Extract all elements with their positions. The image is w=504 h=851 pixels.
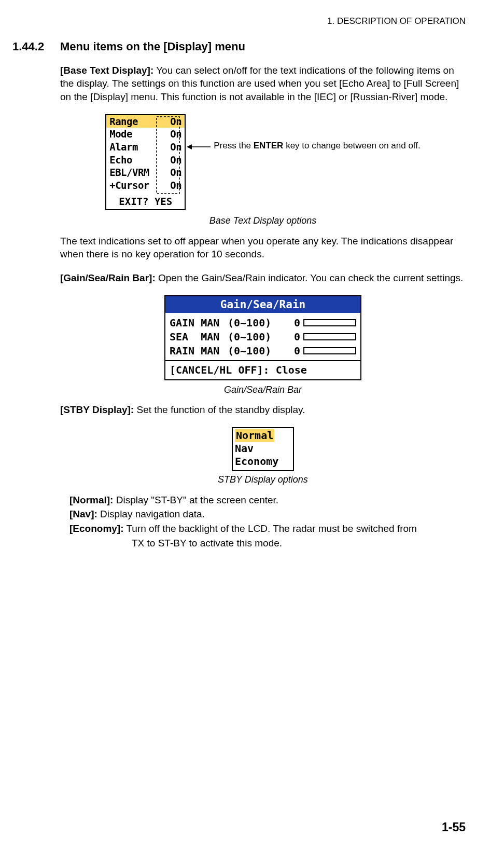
gsr-body-text: Open the Gain/Sea/Rain indicator. You ca… — [156, 272, 464, 283]
stby-item-nav[interactable]: Nav — [235, 442, 291, 455]
section-number: 1.44.2 — [12, 39, 60, 54]
base-exit[interactable]: EXIT? YES — [106, 192, 185, 210]
figure-gain-sea-rain: Gain/Sea/Rain GAIN MAN (0~100) 0 SEA MAN… — [60, 295, 466, 380]
base-row-range[interactable]: RangeOn — [106, 115, 185, 128]
figure-stby: Normal Nav Economy — [60, 427, 466, 472]
annot-enter-key: ENTER — [254, 141, 284, 150]
gsr-rain-bar — [303, 347, 356, 354]
def-econ-lead: [Economy]: — [69, 523, 124, 534]
figure3-caption: STBY Display options — [60, 473, 466, 486]
gsr-title: Gain/Sea/Rain — [165, 296, 360, 313]
gsr-footer[interactable]: [CANCEL/HL OFF]: Close — [165, 360, 360, 379]
stby-body: Set the function of the standby display. — [134, 404, 305, 415]
annot-pre: Press the — [214, 141, 254, 150]
gsr-sea-bar — [303, 333, 356, 340]
paragraph-after-fig1: The text indications set to off appear w… — [60, 235, 466, 261]
stby-menu: Normal Nav Economy — [232, 427, 294, 472]
figure1-annotation: Press the ENTER key to change between on… — [187, 140, 421, 152]
base-row-mode[interactable]: ModeOn — [106, 128, 185, 141]
base-row-alarm[interactable]: AlarmOn — [106, 141, 185, 154]
arrow-left-icon — [187, 143, 211, 150]
annot-post: key to change between on and off. — [283, 141, 420, 150]
chapter-header: 1. DESCRIPTION OF OPERATION — [12, 16, 466, 28]
def-nav-rest: Display navigation data. — [97, 509, 205, 519]
gsr-row-rain[interactable]: RAIN MAN (0~100) 0 — [170, 344, 356, 358]
base-row-echo[interactable]: EchoOn — [106, 154, 185, 167]
paragraph-stby: [STBY Display]: Set the function of the … — [60, 403, 466, 417]
section-title-text: Menu items on the [Display] menu — [60, 39, 245, 54]
stby-item-normal[interactable]: Normal — [235, 429, 274, 442]
def-econ-rest: Turn off the backlight of the LCD. The r… — [124, 523, 417, 534]
stby-definitions: [Normal]: Display "ST-BY" at the screen … — [69, 493, 466, 550]
paragraph-gain-sea-rain: [Gain/Sea/Rain Bar]: Open the Gain/Sea/R… — [60, 271, 466, 285]
base-text-lead: [Base Text Display]: — [60, 65, 153, 76]
def-nav-lead: [Nav]: — [69, 509, 97, 519]
figure-base-text: RangeOn ModeOn AlarmOn EchoOn EBL/VRMOn … — [60, 114, 466, 211]
paragraph-base-text: [Base Text Display]: You can select on/o… — [60, 64, 466, 104]
gsr-gain-bar — [303, 319, 356, 326]
figure2-caption: Gain/Sea/Rain Bar — [60, 383, 466, 396]
stby-lead: [STBY Display]: — [60, 404, 134, 415]
gsr-row-sea[interactable]: SEA MAN (0~100) 0 — [170, 330, 356, 344]
gsr-panel: Gain/Sea/Rain GAIN MAN (0~100) 0 SEA MAN… — [164, 295, 361, 380]
base-row-ebl-vrm[interactable]: EBL/VRMOn — [106, 166, 185, 179]
page-number: 1-55 — [442, 819, 466, 835]
base-row-cursor[interactable]: +CursorOn — [106, 179, 185, 192]
gsr-row-gain[interactable]: GAIN MAN (0~100) 0 — [170, 316, 356, 330]
def-econ-continuation: TX to ST-BY to activate this mode. — [132, 537, 466, 550]
section-heading: 1.44.2 Menu items on the [Display] menu — [12, 39, 466, 54]
svg-marker-2 — [187, 144, 192, 149]
def-normal-lead: [Normal]: — [69, 495, 113, 505]
base-text-menu-box: RangeOn ModeOn AlarmOn EchoOn EBL/VRMOn … — [105, 114, 186, 211]
stby-item-economy[interactable]: Economy — [235, 455, 291, 468]
gsr-lead: [Gain/Sea/Rain Bar]: — [60, 272, 156, 283]
figure1-caption: Base Text Display options — [60, 214, 466, 227]
def-normal-rest: Display "ST-BY" at the screen center. — [113, 495, 278, 505]
